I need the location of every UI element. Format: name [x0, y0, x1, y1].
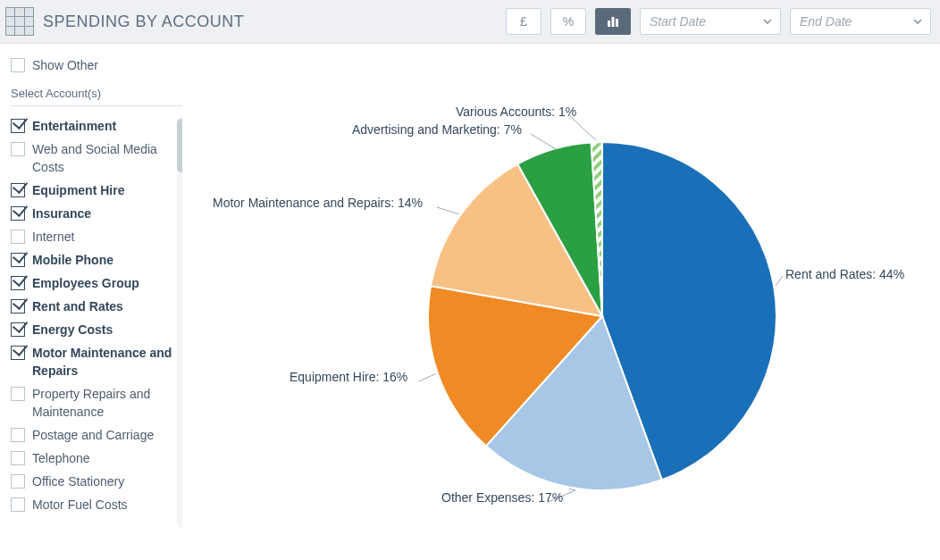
page-title: SPENDING BY ACCOUNT — [43, 13, 497, 31]
account-label: Insurance — [32, 205, 91, 222]
pie-chart — [191, 44, 940, 560]
account-label: Internet — [32, 228, 74, 246]
account-checkbox[interactable]: Internet — [11, 228, 177, 246]
account-label: Entertainment — [32, 117, 116, 135]
pie-slice-label: Rent and Rates: 44% — [785, 267, 904, 281]
account-label: Employees Group — [32, 274, 139, 292]
account-label: Equipment Hire — [32, 181, 124, 199]
show-other-label: Show Other — [32, 56, 98, 74]
account-checkbox[interactable]: Motor Fuel Costs — [11, 496, 177, 514]
chart-type-button[interactable] — [595, 8, 631, 35]
filter-pane: Show Other Select Account(s) Entertainme… — [0, 44, 191, 560]
account-checkbox[interactable]: Motor Maintenance and Repairs — [11, 344, 177, 380]
start-date-input[interactable]: Start Date — [640, 8, 781, 35]
account-label: Web and Social Media Costs — [32, 140, 177, 176]
account-label: Property Repairs and Maintenance — [32, 385, 177, 421]
account-checkbox[interactable]: Postage and Carriage — [11, 426, 177, 444]
account-label: Energy Costs — [32, 321, 113, 339]
select-accounts-header: Select Account(s) — [11, 87, 182, 106]
pie-slice-label: Various Accounts: 1% — [456, 104, 576, 119]
account-checkbox[interactable]: Entertainment — [11, 117, 177, 135]
pie-slice-label: Other Expenses: 17% — [441, 490, 563, 505]
svg-rect-2 — [616, 19, 618, 27]
leader-line — [531, 134, 556, 149]
svg-rect-1 — [612, 17, 615, 27]
pie-slice-label: Motor Maintenance and Repairs: 14% — [213, 196, 423, 210]
header-bar: SPENDING BY ACCOUNT £ % Start Date End D… — [0, 0, 940, 44]
percent-toggle[interactable]: % — [550, 8, 586, 35]
leader-line — [776, 276, 783, 286]
chevron-down-icon — [762, 16, 773, 27]
pie-slice-label: Equipment Hire: 16% — [290, 370, 407, 384]
end-date-input[interactable]: End Date — [790, 8, 931, 35]
account-checkbox[interactable]: Telephone — [11, 449, 177, 467]
currency-toggle[interactable]: £ — [506, 8, 541, 35]
scrollbar-track[interactable] — [177, 117, 182, 528]
end-date-placeholder: End Date — [800, 14, 852, 29]
leader-line — [419, 373, 436, 381]
account-label: Mobile Phone — [32, 251, 113, 269]
chevron-down-icon — [912, 16, 923, 27]
account-checkbox[interactable]: Mobile Phone — [11, 251, 177, 269]
account-checkbox[interactable]: Equipment Hire — [11, 181, 177, 199]
account-checkbox[interactable]: Office Stationery — [11, 472, 177, 490]
leader-line — [570, 116, 597, 140]
account-checkbox[interactable]: Energy Costs — [11, 321, 177, 339]
grid-icon — [5, 7, 34, 36]
bar-chart-icon — [607, 15, 619, 28]
account-label: Office Stationery — [32, 472, 124, 490]
account-checkbox[interactable]: Property Repairs and Maintenance — [11, 385, 177, 421]
account-label: Motor Fuel Costs — [32, 496, 128, 514]
pie-slice-label: Advertising and Marketing: 7% — [352, 122, 522, 137]
account-checkbox[interactable]: Employees Group — [11, 274, 177, 292]
leader-line — [437, 207, 459, 214]
chart-area: Rent and Rates: 44%Other Expenses: 17%Eq… — [191, 44, 940, 560]
account-label: Postage and Carriage — [32, 426, 154, 444]
svg-rect-0 — [608, 21, 610, 27]
account-list: EntertainmentWeb and Social Media CostsE… — [11, 117, 182, 528]
account-checkbox[interactable]: Rent and Rates — [11, 297, 177, 315]
account-label: Rent and Rates — [32, 297, 123, 315]
account-label: Motor Maintenance and Repairs — [32, 344, 177, 380]
account-checkbox[interactable]: Insurance — [11, 205, 177, 222]
start-date-placeholder: Start Date — [650, 14, 706, 29]
account-checkbox[interactable]: Web and Social Media Costs — [11, 140, 177, 176]
account-label: Telephone — [32, 449, 90, 467]
scrollbar-thumb[interactable] — [177, 119, 182, 172]
show-other-checkbox[interactable]: Show Other — [11, 56, 182, 74]
